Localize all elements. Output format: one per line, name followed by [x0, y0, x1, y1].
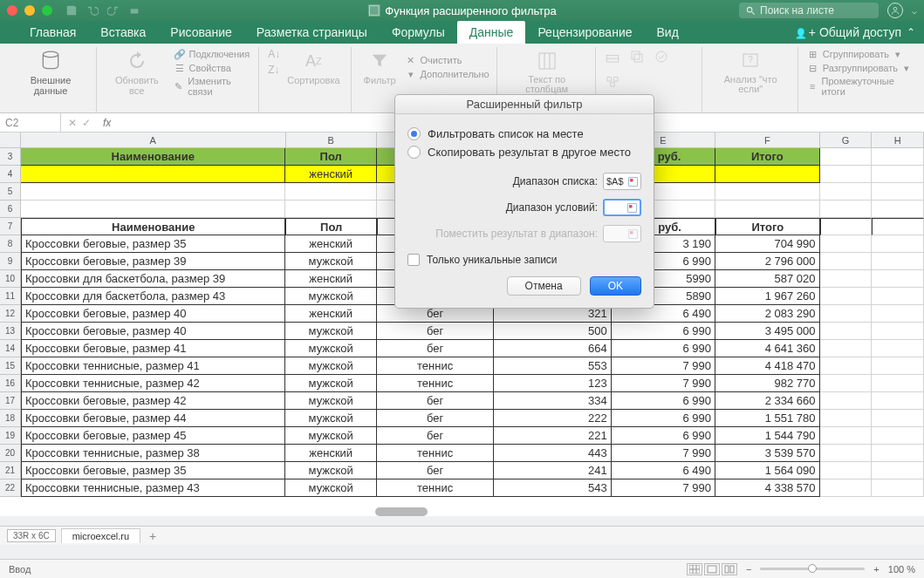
row-header[interactable]: 22: [0, 479, 20, 497]
minimize-window-icon[interactable]: [24, 5, 35, 16]
cell[interactable]: Кроссовки беговые, размер 35: [21, 462, 285, 479]
cell[interactable]: Кроссовки беговые, размер 45: [21, 427, 285, 445]
unique-records-row[interactable]: Только уникальные записи: [407, 247, 641, 276]
add-sheet-button[interactable]: +: [140, 529, 165, 543]
refresh-all-button[interactable]: Обновить все: [106, 47, 168, 98]
table-row[interactable]: Кроссовки беговые, размер 42мужскойбег33…: [21, 392, 924, 410]
slider-thumb[interactable]: [808, 564, 817, 573]
cell[interactable]: [820, 357, 873, 375]
cell[interactable]: женский: [285, 270, 377, 288]
cell[interactable]: 2 083 290: [715, 305, 819, 323]
col-header-f[interactable]: F: [715, 133, 819, 147]
cell[interactable]: Кроссовки беговые, размер 42: [21, 392, 285, 410]
tab-view[interactable]: Вид: [645, 21, 691, 44]
cell[interactable]: 7 990: [612, 357, 715, 375]
tab-insert[interactable]: Вставка: [88, 21, 158, 44]
cell[interactable]: [872, 357, 924, 375]
cell[interactable]: 553: [494, 357, 611, 375]
fx-icon[interactable]: fx: [98, 117, 111, 129]
select-all-corner[interactable]: [0, 133, 21, 148]
cell[interactable]: [820, 270, 873, 288]
consolidate-icon[interactable]: [605, 71, 624, 91]
row-header[interactable]: 14: [0, 340, 20, 357]
cell[interactable]: 443: [494, 445, 611, 462]
cell[interactable]: [21, 183, 285, 201]
col-header-a[interactable]: A: [21, 133, 286, 147]
cell[interactable]: теннис: [377, 445, 494, 462]
cell[interactable]: [21, 166, 285, 183]
cell[interactable]: Кроссовки теннисные, размер 43: [21, 479, 285, 497]
cell[interactable]: Кроссовки теннисные, размер 41: [21, 357, 285, 375]
cell[interactable]: [715, 183, 819, 201]
cell[interactable]: [820, 410, 873, 427]
cell[interactable]: [820, 288, 873, 305]
cell[interactable]: [820, 340, 873, 357]
radio-copy-to[interactable]: Скопировать результат в другое место: [407, 143, 641, 161]
cell[interactable]: 7 990: [612, 479, 715, 497]
cell[interactable]: бег: [377, 340, 494, 357]
connections-button[interactable]: 🔗Подключения: [174, 47, 252, 61]
cell[interactable]: бег: [377, 392, 494, 410]
criteria-range-input[interactable]: [603, 199, 641, 216]
cell[interactable]: [715, 201, 819, 218]
range-picker-icon[interactable]: [627, 176, 638, 187]
row-header[interactable]: 5: [0, 183, 20, 201]
table-row[interactable]: Кроссовки беговые, размер 44мужскойбег22…: [21, 410, 924, 427]
row-header[interactable]: 10: [0, 270, 20, 288]
cell[interactable]: [820, 235, 873, 253]
cell[interactable]: [820, 427, 873, 445]
cell[interactable]: [872, 253, 924, 270]
zoom-in-button[interactable]: +: [873, 564, 879, 575]
cell[interactable]: 221: [494, 427, 611, 445]
text-to-columns-button[interactable]: Текст по столбцам: [506, 47, 588, 96]
cell[interactable]: [21, 201, 285, 218]
chevron-down-icon[interactable]: ⌵: [912, 6, 917, 16]
flash-fill-icon[interactable]: [605, 47, 624, 66]
cancel-edit-icon[interactable]: ✕: [68, 117, 77, 129]
cell[interactable]: 6 990: [612, 427, 715, 445]
cell[interactable]: [872, 427, 924, 445]
tab-review[interactable]: Рецензирование: [525, 21, 644, 44]
row-header[interactable]: 20: [0, 445, 20, 462]
table-row[interactable]: Кроссовки теннисные, размер 43мужскойтен…: [21, 479, 924, 497]
cell[interactable]: 982 770: [715, 375, 819, 392]
cell[interactable]: [820, 148, 873, 166]
cell[interactable]: Наименование: [21, 148, 285, 166]
table-row[interactable]: Кроссовки беговые, размер 40мужскойбег50…: [21, 323, 924, 340]
cell[interactable]: [872, 201, 924, 218]
name-box[interactable]: C2: [0, 113, 61, 132]
cell[interactable]: мужской: [285, 375, 377, 392]
cell[interactable]: [872, 410, 924, 427]
cell[interactable]: [820, 479, 873, 497]
cell[interactable]: 587 020: [715, 270, 819, 288]
page-layout-view-icon[interactable]: [704, 563, 720, 575]
save-icon[interactable]: [65, 3, 79, 17]
range-picker-icon[interactable]: [626, 202, 637, 213]
row-header[interactable]: 6: [0, 201, 20, 218]
tab-page-layout[interactable]: Разметка страницы: [244, 21, 380, 44]
cell[interactable]: мужской: [285, 479, 377, 497]
search-input[interactable]: Поиск на листе: [739, 3, 879, 18]
cell[interactable]: [872, 288, 924, 305]
row-header[interactable]: 12: [0, 305, 20, 323]
cell[interactable]: Кроссовки для баскетбола, размер 43: [21, 288, 285, 305]
tab-draw[interactable]: Рисование: [158, 21, 244, 44]
cell[interactable]: теннис: [377, 357, 494, 375]
cell[interactable]: [820, 445, 873, 462]
cell[interactable]: бег: [377, 410, 494, 427]
cell[interactable]: [820, 462, 873, 479]
row-header[interactable]: 8: [0, 235, 20, 253]
table-row[interactable]: Кроссовки беговые, размер 35мужскойбег24…: [21, 462, 924, 479]
cell[interactable]: [872, 148, 924, 166]
cell[interactable]: 1 564 090: [715, 462, 819, 479]
cell[interactable]: Кроссовки теннисные, размер 38: [21, 445, 285, 462]
col-header-g[interactable]: G: [820, 133, 873, 147]
cell[interactable]: бег: [377, 427, 494, 445]
tab-home[interactable]: Главная: [17, 21, 88, 44]
cell[interactable]: 1 544 790: [715, 427, 819, 445]
cell[interactable]: Пол: [285, 218, 377, 235]
cell[interactable]: 6 990: [612, 323, 715, 340]
cell[interactable]: [820, 183, 873, 201]
confirm-edit-icon[interactable]: ✓: [82, 117, 91, 129]
row-header[interactable]: 4: [0, 166, 20, 183]
